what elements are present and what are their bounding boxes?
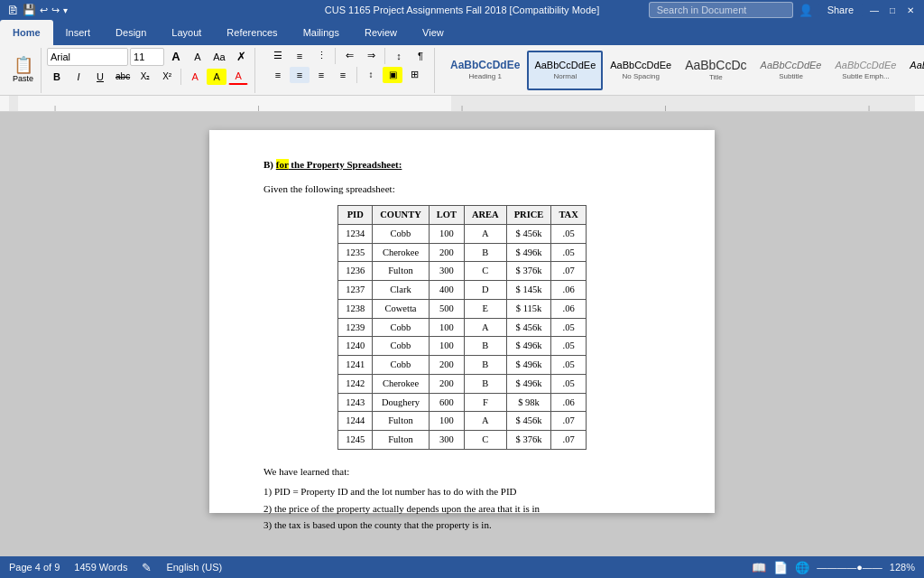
table-cell: $ 376k	[506, 262, 551, 281]
font-size-input[interactable]	[130, 48, 164, 66]
ribbon-tabs: Home Insert Design Layout References Mai…	[0, 20, 924, 45]
text-effects-btn[interactable]: A	[185, 69, 205, 85]
table-cell: 1242	[338, 374, 373, 393]
sort-btn[interactable]: ↕	[389, 48, 409, 64]
tab-insert[interactable]: Insert	[53, 20, 104, 45]
paste-button[interactable]: 📋 Paste	[9, 55, 37, 85]
table-row: 1236Fulton300C$ 376k.07	[338, 262, 587, 281]
table-cell: .06	[551, 299, 586, 318]
clipboard-group: 📋 Paste	[5, 48, 42, 93]
show-para-btn[interactable]: ¶	[411, 48, 430, 64]
style-subtle-emphasis[interactable]: AaBbCcDdEe Subtle Emph...	[828, 51, 902, 90]
table-cell: Cobb	[373, 337, 430, 356]
table-cell: Cobb	[373, 356, 430, 375]
table-cell: Fulton	[373, 412, 430, 431]
table-cell: 1239	[338, 318, 373, 337]
text-highlight-btn[interactable]: A	[207, 69, 226, 85]
table-row: 1239Cobb100A$ 456k.05	[338, 318, 587, 337]
tab-view[interactable]: View	[410, 20, 457, 45]
grow-font-btn[interactable]: A	[166, 49, 186, 65]
style-normal[interactable]: AaBbCcDdEe Normal	[527, 51, 603, 90]
table-cell: 500	[429, 299, 464, 318]
table-cell: .05	[551, 374, 586, 393]
align-center-btn[interactable]: ≡	[290, 67, 310, 83]
style-no-spacing[interactable]: AaBbCcDdEe No Spacing	[604, 51, 678, 90]
minimize-btn[interactable]: —	[868, 4, 881, 16]
table-row: 1235Cherokee200B$ 496k.05	[338, 243, 587, 262]
table-cell: 200	[429, 356, 464, 375]
table-cell: 1243	[338, 393, 373, 412]
learned-item: 1) PID = Property ID and the lot number …	[263, 484, 661, 499]
subscript-btn[interactable]: X₂	[135, 69, 155, 85]
learned-items: 1) PID = Property ID and the lot number …	[263, 484, 661, 531]
table-cell: 400	[429, 281, 464, 300]
font-color-btn[interactable]: A	[228, 69, 248, 85]
table-row: 1240Cobb100B$ 496k.05	[338, 337, 587, 356]
table-header-row: PID COUNTY LOT AREA PRICE TAX	[338, 206, 587, 225]
redo-btn[interactable]: ↪	[51, 5, 60, 16]
tab-review[interactable]: Review	[352, 20, 410, 45]
table-cell: Cherokee	[373, 374, 430, 393]
search-input[interactable]	[649, 2, 793, 18]
shrink-font-btn[interactable]: A	[188, 49, 208, 65]
justify-btn[interactable]: ≡	[333, 67, 353, 83]
share-btn[interactable]: Share	[818, 2, 863, 18]
numbering-btn[interactable]: ≡	[290, 48, 310, 64]
font-name-input[interactable]	[47, 48, 128, 66]
customize-btn[interactable]: ▾	[63, 5, 68, 15]
close-btn[interactable]: ✕	[904, 4, 917, 16]
table-cell: F	[464, 393, 506, 412]
superscript-btn[interactable]: X²	[157, 69, 177, 85]
strikethrough-btn[interactable]: abc	[112, 69, 134, 85]
change-case-btn[interactable]: Aa	[209, 49, 229, 65]
borders-btn[interactable]: ⊞	[404, 67, 424, 83]
style-emphasis[interactable]: AaBbCcDdEe Emphasis	[903, 51, 924, 90]
table-cell: 1240	[338, 337, 373, 356]
style-title[interactable]: AaBbCcDc Title	[679, 51, 753, 90]
shading-btn[interactable]: ▣	[383, 67, 402, 83]
paragraph-group: ☰ ≡ ⋮ ⇐ ⇒ ↕ ¶ ≡ ≡ ≡ ≡ ↕ ▣ ⊞	[264, 48, 435, 93]
table-cell: E	[464, 299, 506, 318]
table-cell: $ 496k	[506, 374, 551, 393]
user-icon[interactable]: 👤	[799, 4, 813, 17]
table-cell: Cowetta	[373, 299, 430, 318]
tab-references[interactable]: References	[214, 20, 290, 45]
tab-home[interactable]: Home	[0, 20, 53, 45]
decrease-indent-btn[interactable]: ⇐	[339, 48, 359, 64]
table-cell: .07	[551, 262, 586, 281]
learned-item: 3) the tax is based upon the county that…	[263, 517, 661, 531]
table-cell: B	[464, 356, 506, 375]
bold-btn[interactable]: B	[47, 69, 67, 85]
multilevel-btn[interactable]: ⋮	[311, 48, 331, 64]
title-right: 👤 Share — □ ✕	[649, 2, 917, 18]
table-cell: $ 456k	[506, 318, 551, 337]
given-text: Given the following spreadsheet:	[263, 182, 661, 197]
table-cell: .05	[551, 337, 586, 356]
tab-layout[interactable]: Layout	[159, 20, 214, 45]
table-cell: $ 496k	[506, 243, 551, 262]
style-heading1[interactable]: AaBbCcDdEe Heading 1	[444, 51, 526, 90]
line-spacing-btn[interactable]: ↕	[361, 67, 381, 83]
bullets-btn[interactable]: ☰	[268, 48, 288, 64]
italic-btn[interactable]: I	[69, 69, 88, 85]
sep-para3	[356, 67, 357, 83]
styles-gallery: AaBbCcDdEe Heading 1 AaBbCcDdEe Normal A…	[444, 51, 924, 90]
tab-mailings[interactable]: Mailings	[291, 20, 352, 45]
quick-save[interactable]: 💾	[23, 4, 36, 16]
table-cell: 600	[429, 393, 464, 412]
maximize-btn[interactable]: □	[886, 4, 899, 16]
style-subtitle[interactable]: AaBbCcDdEe Subtitle	[754, 51, 828, 90]
table-cell: 1235	[338, 243, 373, 262]
clear-format-btn[interactable]: ✗	[231, 49, 251, 65]
section-label: B)	[263, 159, 276, 170]
table-cell: 1237	[338, 281, 373, 300]
table-cell: $ 456k	[506, 224, 551, 243]
increase-indent-btn[interactable]: ⇒	[361, 48, 381, 64]
align-left-btn[interactable]: ≡	[268, 67, 288, 83]
tab-design[interactable]: Design	[103, 20, 159, 45]
document-page: B) for the Property Spreadsheet: Given t…	[209, 130, 715, 513]
align-right-btn[interactable]: ≡	[311, 67, 331, 83]
table-cell: Doughery	[373, 393, 430, 412]
undo-btn[interactable]: ↩	[40, 5, 48, 16]
underline-btn[interactable]: U	[90, 69, 110, 85]
